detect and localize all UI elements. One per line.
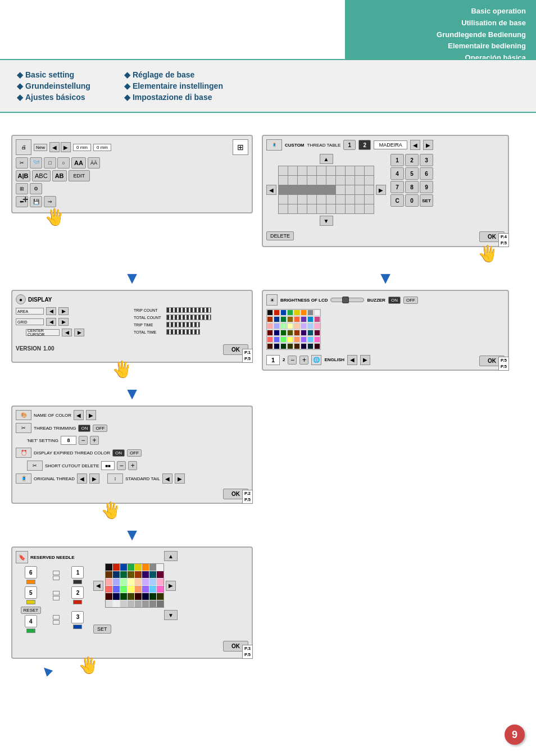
- color-prev[interactable]: ◀: [74, 410, 84, 420]
- plus-icon: +: [22, 194, 29, 206]
- grid-up[interactable]: ▲: [320, 154, 333, 164]
- net-plus[interactable]: +: [90, 436, 99, 445]
- color-next[interactable]: ▶: [86, 410, 96, 420]
- grid-cell-3-2: [298, 195, 307, 204]
- brightness-slider[interactable]: [330, 298, 364, 302]
- slot-up: [53, 571, 60, 575]
- custom-label: CUSTOM: [285, 143, 305, 148]
- np-2[interactable]: 2: [405, 154, 419, 166]
- set-btn-needle[interactable]: SET: [93, 625, 111, 634]
- thread-prev[interactable]: ◀: [410, 140, 420, 150]
- needle-grid-cell-37: [142, 593, 149, 600]
- grid-right[interactable]: ▶: [376, 185, 386, 195]
- edit-button[interactable]: EDIT: [69, 170, 90, 181]
- mm-display-1: 0 mm: [73, 144, 91, 151]
- ab-btn[interactable]: AB: [52, 170, 67, 181]
- expired-off-btn[interactable]: OFF: [127, 449, 142, 457]
- letter-a-btn[interactable]: A|B: [16, 170, 30, 181]
- color-name-icon: 🎨: [16, 410, 31, 420]
- grid-left[interactable]: ◀: [266, 185, 276, 195]
- net-minus[interactable]: −: [79, 436, 88, 445]
- palette-cell-42: [280, 343, 287, 349]
- brightness-plus[interactable]: +: [299, 356, 308, 365]
- grid-cell-0-6: [336, 166, 345, 175]
- frame-btn[interactable]: ⊞: [16, 183, 28, 194]
- cutout-icon: ✂: [27, 461, 43, 471]
- total-time-label: TOTAL TIME: [134, 330, 165, 334]
- buzzer-off-btn[interactable]: OFF: [403, 297, 418, 304]
- cursor-next[interactable]: ▶: [74, 329, 84, 336]
- text-ab-btn[interactable]: ÄÄ: [88, 157, 100, 168]
- abc-btn[interactable]: ABC: [32, 170, 51, 181]
- needle-screen: 🔖 RESERVED NEEDLE 6: [11, 546, 253, 659]
- text-aa-btn[interactable]: AA: [71, 157, 86, 168]
- palette-cell-41: [274, 343, 280, 349]
- area-next[interactable]: ▶: [58, 307, 69, 315]
- palette-cell-23: [314, 323, 320, 329]
- tail-next[interactable]: ▶: [175, 473, 185, 484]
- needle-grid-cell-13: [142, 571, 149, 578]
- needle-color-up[interactable]: ▲: [164, 551, 178, 561]
- tab-2-btn[interactable]: 2: [358, 140, 371, 150]
- needle-grid-cell-23: [157, 579, 163, 585]
- needle-color-left[interactable]: ◀: [93, 581, 103, 591]
- grid-cell-0-5: [326, 166, 335, 175]
- buzzer-on-btn[interactable]: ON: [388, 297, 401, 304]
- send-btn[interactable]: ⇒: [44, 196, 56, 207]
- scissors-btn[interactable]: ✂: [16, 157, 28, 168]
- np-c[interactable]: C: [390, 194, 404, 207]
- cutout-plus[interactable]: +: [128, 461, 137, 470]
- down-arrow-4: ▼: [11, 525, 253, 544]
- tail-prev[interactable]: ◀: [162, 473, 172, 484]
- prev-arrow[interactable]: ◀: [49, 142, 60, 152]
- grid-cell-0-7: [346, 166, 355, 175]
- np-8[interactable]: 8: [405, 181, 419, 193]
- thread-next[interactable]: ▶: [423, 140, 433, 150]
- orig-prev[interactable]: ◀: [77, 473, 87, 484]
- np-9[interactable]: 9: [420, 181, 433, 193]
- circle-btn[interactable]: ○: [57, 157, 70, 168]
- reset-btn[interactable]: RESET: [21, 607, 42, 614]
- next-arrow[interactable]: ▶: [61, 142, 71, 152]
- trimming-on-btn[interactable]: ON: [78, 425, 90, 432]
- needle-color-down[interactable]: ▼: [164, 610, 178, 620]
- grid-next[interactable]: ▶: [58, 318, 69, 326]
- cutout-minus[interactable]: −: [117, 461, 126, 470]
- np-6[interactable]: 6: [420, 167, 433, 180]
- trimming-off-btn[interactable]: OFF: [93, 425, 107, 432]
- palette-cell-17: [274, 323, 280, 329]
- square-btn[interactable]: □: [44, 157, 56, 168]
- area-prev[interactable]: ◀: [46, 307, 56, 315]
- np-0[interactable]: 0: [405, 194, 419, 207]
- grid-cell-1-9: [365, 176, 374, 185]
- needle-grid-cell-4: [135, 564, 142, 571]
- expired-on-btn[interactable]: ON: [112, 449, 125, 457]
- grid-cell-1-5: [326, 176, 335, 185]
- grid-down[interactable]: ▼: [320, 216, 333, 226]
- palette-cell-27: [287, 330, 293, 336]
- slot-bot-down: [53, 620, 60, 625]
- needle-5: 5: [25, 586, 37, 599]
- memory-btn[interactable]: 💾: [30, 196, 42, 207]
- np-4[interactable]: 4: [390, 167, 404, 180]
- palette-cell-5: [301, 309, 307, 316]
- grid-prev[interactable]: ◀: [46, 318, 56, 326]
- toolbar-screen: 🖨 New ◀ ▶ 0 mm 0 mm ⊞ ✂ 🪡 □ ○: [11, 135, 253, 213]
- needle-color-right[interactable]: ▶: [166, 581, 176, 591]
- orig-next[interactable]: ▶: [89, 473, 99, 484]
- delete-btn[interactable]: DELETE: [266, 231, 294, 240]
- np-7[interactable]: 7: [390, 181, 404, 193]
- np-set[interactable]: SET: [420, 194, 433, 207]
- settings-btn[interactable]: ⚙: [30, 183, 42, 194]
- brightness-minus[interactable]: −: [288, 356, 297, 365]
- lang-next[interactable]: ▶: [360, 355, 370, 365]
- lang-prev[interactable]: ◀: [347, 355, 357, 365]
- needle-btn[interactable]: 🪡: [30, 157, 42, 168]
- page-indicator-thread: P.4P.5: [498, 233, 509, 247]
- np-1[interactable]: 1: [390, 154, 404, 166]
- tab-1-btn[interactable]: 1: [343, 140, 356, 150]
- np-5[interactable]: 5: [405, 167, 419, 180]
- intro-item-2: Grundeinstellung: [17, 81, 90, 90]
- cursor-prev[interactable]: ◀: [62, 329, 72, 336]
- np-3[interactable]: 3: [420, 154, 433, 166]
